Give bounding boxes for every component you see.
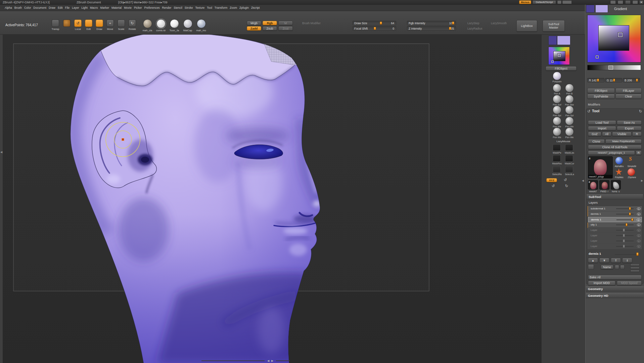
menu-zscript[interactable]: Zscript xyxy=(251,6,260,9)
goz-r-button[interactable]: R xyxy=(632,132,642,136)
mask-curve-icon[interactable] xyxy=(565,155,573,162)
layer-row-empty[interactable]: Layer xyxy=(588,233,642,238)
material-slot[interactable]: Toon_Ja xyxy=(169,19,180,32)
select-lasso-icon[interactable] xyxy=(565,166,573,172)
fill-object-button[interactable]: FillObject xyxy=(587,88,615,93)
tray-secondary-color-swatch[interactable] xyxy=(557,36,570,45)
subtool-section-header[interactable]: SubTool xyxy=(587,194,643,199)
focal-shift-slider[interactable]: Focal Shift 0 xyxy=(353,26,396,31)
grid-view-icon[interactable] xyxy=(618,0,623,4)
menus-toggle-button[interactable]: Menus xyxy=(519,0,531,4)
menu-texture[interactable]: Texture xyxy=(195,6,204,9)
mask-rect-icon[interactable] xyxy=(553,155,561,162)
layer-intensity-handle[interactable] xyxy=(623,229,625,232)
menu-file[interactable]: File xyxy=(65,6,70,9)
layer-up-button[interactable]: ▲ xyxy=(588,258,598,263)
sys-palette-button[interactable]: SysPalette xyxy=(587,94,615,99)
main-color-swatch[interactable] xyxy=(586,5,595,13)
rotate-button[interactable]: ↻ Rotate xyxy=(127,19,137,33)
gradient-color-swatch[interactable] xyxy=(595,5,608,13)
layer-row-empty[interactable]: Layer xyxy=(588,244,642,249)
menu-layer[interactable]: Layer xyxy=(72,6,79,9)
lock-icon[interactable] xyxy=(625,0,631,4)
layer-visibility-eye-icon[interactable] xyxy=(637,234,641,237)
menu-brush[interactable]: Brush xyxy=(14,6,22,9)
picker-cursor[interactable] xyxy=(618,33,623,37)
layers-section-label[interactable]: Layers xyxy=(589,201,598,204)
document-canvas[interactable] xyxy=(3,35,541,363)
menu-edit[interactable]: Edit xyxy=(58,6,63,9)
z-intensity-handle[interactable] xyxy=(449,27,451,30)
restore-icon[interactable]: ↻ xyxy=(639,109,642,114)
menu-tool[interactable]: Tool xyxy=(207,6,212,9)
polypaint-brush-icon[interactable] xyxy=(553,72,561,80)
menu-transform[interactable]: Transform xyxy=(215,6,227,9)
pen-wet-icon[interactable] xyxy=(553,117,561,125)
m-button[interactable]: M xyxy=(278,21,293,25)
pen-wet-icon[interactable] xyxy=(565,117,574,125)
pen-splash-icon[interactable] xyxy=(565,106,574,114)
tray-picker-cursor[interactable] xyxy=(558,54,561,57)
scroll-right-icon[interactable]: ▶ xyxy=(271,359,273,362)
layer-row-empty[interactable]: Layer xyxy=(588,228,642,233)
pen-a-icon[interactable] xyxy=(553,84,561,92)
zcut-button[interactable]: Zcut xyxy=(278,26,293,31)
layer-visibility-eye-icon[interactable] xyxy=(637,240,641,242)
panel-config-icon[interactable] xyxy=(633,0,638,4)
material-slot[interactable]: mah_mo xyxy=(195,19,207,32)
scale-button[interactable]: Scale xyxy=(116,19,126,33)
layer-intensity-handle[interactable] xyxy=(623,245,625,248)
layer-row-selected[interactable]: dermis 1 xyxy=(588,217,642,222)
new-layer-icon[interactable] xyxy=(588,264,594,270)
pen-b-icon[interactable] xyxy=(565,84,574,92)
goz-all-button[interactable]: All xyxy=(602,132,611,136)
layer-list-option-icon[interactable] xyxy=(630,270,640,272)
menu-marker[interactable]: Marker xyxy=(100,6,109,9)
panel-expand-icon[interactable]: ▶ xyxy=(641,179,643,182)
menu-movie[interactable]: Movie xyxy=(124,6,132,9)
layer-visibility-eye-icon[interactable] xyxy=(637,218,640,221)
mask-lasso-icon[interactable] xyxy=(565,144,573,151)
draw-size-slider[interactable]: Draw Size 64 xyxy=(353,21,396,25)
material-slot[interactable]: MatCap xyxy=(182,19,193,32)
load-tool-button[interactable]: Load Tool xyxy=(588,120,616,125)
material-slot-selected[interactable]: comic-bi xyxy=(155,19,167,32)
layer-intensity-handle[interactable] xyxy=(623,234,625,237)
geometry-section-header[interactable]: Geometry xyxy=(586,286,644,291)
tray-color-picker[interactable] xyxy=(548,47,570,65)
transp-button[interactable]: Transp xyxy=(50,19,60,33)
layer-intensity-handle[interactable] xyxy=(631,218,633,221)
layer-intensity-handle[interactable] xyxy=(629,207,631,210)
zsphere-icon[interactable] xyxy=(628,168,635,176)
layer-visibility-eye-icon[interactable] xyxy=(637,229,641,232)
sv-square[interactable] xyxy=(598,25,629,51)
duplicate-layer-icon[interactable] xyxy=(615,265,619,269)
edit-button[interactable]: Edit xyxy=(84,19,94,33)
red-handle[interactable] xyxy=(597,79,599,82)
tray-main-color-swatch[interactable] xyxy=(548,36,557,45)
make-polymesh3d-button[interactable]: Make PolyMesh3D xyxy=(605,139,642,144)
clone-button[interactable]: Clone xyxy=(588,139,605,144)
lightbox-button[interactable]: LightBox xyxy=(516,20,537,32)
spin-right-icon[interactable]: ↻ xyxy=(565,184,568,188)
xyz-axis-button[interactable]: XYZ xyxy=(546,178,557,182)
green-handle[interactable] xyxy=(613,79,615,82)
pen-sketch-icon[interactable] xyxy=(565,95,574,104)
canvas-viewport[interactable] xyxy=(3,35,541,363)
subtool-master-button[interactable]: SubTool Master xyxy=(543,20,565,32)
scroll-track[interactable] xyxy=(201,360,265,361)
menu-alpha[interactable]: Alpha xyxy=(5,6,12,9)
menu-preferences[interactable]: Preferences xyxy=(144,6,160,9)
simple-brush-icon[interactable]: S xyxy=(629,156,632,162)
recent-tool-thumbnail[interactable]: 8 xyxy=(588,180,598,190)
menu-document[interactable]: Document xyxy=(33,6,46,9)
zadd-button[interactable]: Zadd xyxy=(247,26,261,31)
menu-color[interactable]: Color xyxy=(24,6,31,9)
polymesh-star-icon[interactable] xyxy=(615,168,622,175)
layer-name-button[interactable]: Name xyxy=(601,265,613,269)
save-as-button[interactable]: Save As xyxy=(617,120,642,125)
scroll-left-icon[interactable]: ◀ xyxy=(267,359,269,362)
menu-stroke[interactable]: Stroke xyxy=(185,6,193,9)
active-layer-handle[interactable] xyxy=(636,252,639,256)
layer-row-empty[interactable]: Layer xyxy=(588,238,642,244)
